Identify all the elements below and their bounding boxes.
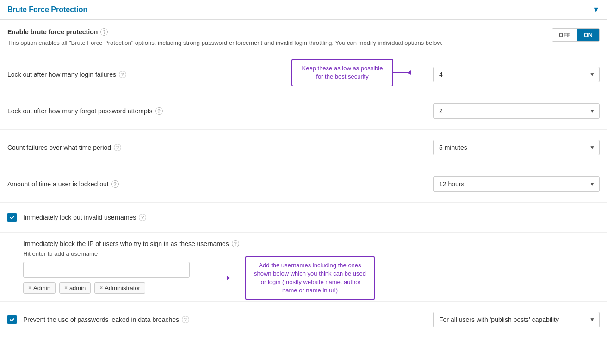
page-container: Brute Force Protection ▼ Enable brute fo… — [0, 0, 607, 338]
prevent-passwords-left: Prevent the use of passwords leaked in d… — [7, 315, 189, 324]
username-input[interactable] — [23, 262, 190, 278]
block-ip-help-icon[interactable]: ? — [232, 240, 239, 247]
count-failures-help-icon[interactable]: ? — [114, 144, 121, 151]
remove-admin-cap-button[interactable]: × — [28, 284, 31, 291]
invalid-usernames-row: Immediately lock out invalid usernames ? — [0, 203, 607, 233]
block-ip-title: Immediately block the IP of users who tr… — [23, 240, 600, 247]
invalid-usernames-help-icon[interactable]: ? — [139, 214, 146, 221]
prevent-passwords-row: Prevent the use of passwords leaked in d… — [0, 302, 607, 338]
remove-administrator-button[interactable]: × — [99, 284, 103, 291]
tooltip-arrow-right — [393, 72, 411, 73]
lockout-duration-select[interactable]: 12 hours 15 minutes 30 minutes 1 hour 4 … — [433, 176, 600, 192]
prevent-passwords-label: Prevent the use of passwords leaked in d… — [23, 316, 189, 323]
lockout-duration-label: Amount of time a user is locked out ? — [7, 180, 433, 188]
block-ip-section: Immediately block the IP of users who tr… — [0, 233, 607, 302]
username-tooltip: Add the usernames including the ones sho… — [245, 256, 375, 301]
count-failures-label: Count failures over what time period ? — [7, 144, 433, 151]
lockout-forgot-password-row: Lock out after how many forgot password … — [0, 93, 607, 130]
prevent-passwords-select-wrapper: For all users with 'publish posts' capab… — [433, 312, 600, 327]
count-failures-select[interactable]: 5 minutes 1 minute 15 minutes 30 minutes… — [433, 140, 600, 155]
lockout-forgot-select[interactable]: 2 1 3 4 5 10 20 — [433, 103, 600, 119]
prevent-passwords-help-icon[interactable]: ? — [182, 316, 189, 323]
section-header: Brute Force Protection ▼ — [0, 0, 607, 20]
prevent-passwords-select[interactable]: For all users with 'publish posts' capab… — [433, 312, 600, 327]
prevent-passwords-checkbox[interactable] — [7, 315, 17, 324]
security-tooltip: Keep these as low as possible for the be… — [291, 59, 393, 86]
section-title: Brute Force Protection — [7, 6, 87, 14]
lockout-login-help-icon[interactable]: ? — [119, 71, 126, 78]
lockout-forgot-select-wrapper: 2 1 3 4 5 10 20 ▼ — [433, 103, 600, 119]
count-failures-select-wrapper: 5 minutes 1 minute 15 minutes 30 minutes… — [433, 140, 600, 155]
lockout-login-failures-row: Lock out after how many login failures ?… — [0, 56, 607, 93]
invalid-usernames-label: Immediately lock out invalid usernames ? — [23, 214, 146, 221]
enable-label: Enable brute force protection ? — [7, 28, 543, 36]
username-tag-admin-cap: × Admin — [23, 282, 56, 294]
lockout-forgot-password-label: Lock out after how many forgot password … — [7, 107, 433, 115]
lockout-duration-row: Amount of time a user is locked out ? 12… — [0, 166, 607, 203]
lockout-duration-select-wrapper: 12 hours 15 minutes 30 minutes 1 hour 4 … — [433, 176, 600, 192]
toggle-off-button[interactable]: OFF — [552, 29, 577, 41]
username-tag-administrator: × Administrator — [94, 282, 145, 294]
enable-brute-force-row: Enable brute force protection ? This opt… — [0, 20, 607, 56]
enable-row-text: Enable brute force protection ? This opt… — [7, 28, 552, 48]
lockout-login-select-wrapper: 4 1 2 3 5 10 20 ▼ — [433, 67, 600, 82]
count-failures-row: Count failures over what time period ? 5… — [0, 130, 607, 166]
lockout-login-select[interactable]: 4 1 2 3 5 10 20 — [433, 67, 600, 82]
enable-description: This option enables all "Brute Force Pro… — [7, 38, 543, 48]
enable-help-icon[interactable]: ? — [100, 28, 108, 36]
tooltip2-arrow — [227, 278, 245, 278]
remove-admin-button[interactable]: × — [64, 284, 68, 291]
invalid-usernames-checkbox[interactable] — [7, 213, 17, 222]
lockout-forgot-help-icon[interactable]: ? — [155, 107, 163, 115]
toggle-container: OFF ON — [552, 28, 600, 42]
username-tag-admin: × admin — [59, 282, 91, 294]
chevron-down-icon[interactable]: ▼ — [592, 6, 600, 14]
lockout-duration-help-icon[interactable]: ? — [111, 180, 119, 188]
toggle-on-button[interactable]: ON — [577, 29, 600, 41]
